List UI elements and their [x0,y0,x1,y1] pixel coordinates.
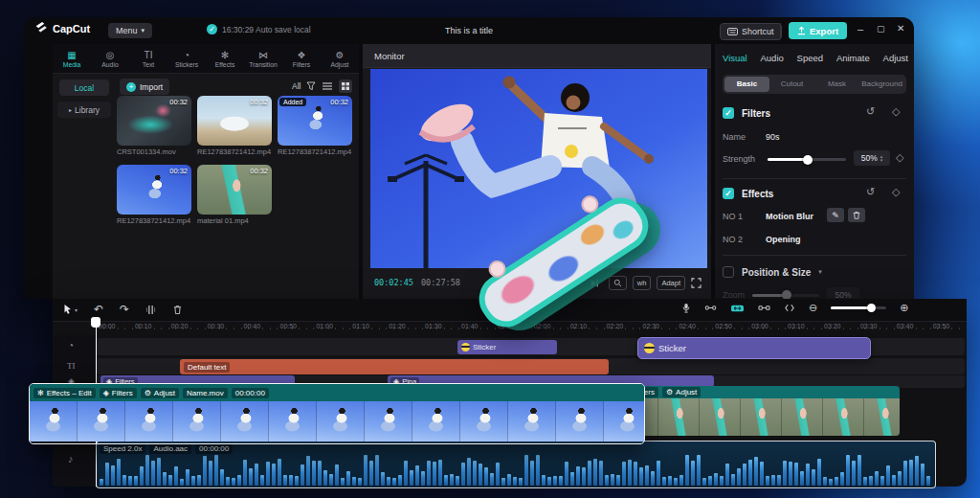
sticker-clip-2[interactable]: Sticker [637,337,871,359]
waveform-bar [720,476,724,486]
select-tool[interactable]: ▾ [63,304,78,315]
close-button[interactable]: ✕ [897,23,904,34]
scale-icon[interactable] [609,276,627,290]
inspector-tab-adjust[interactable]: Adjust [883,53,908,63]
audio-clip-chip: Speed 2.0x [100,443,145,454]
effect-delete-button[interactable] [848,208,865,222]
adapt-button[interactable]: Adapt [657,276,685,290]
media-item-name: RE127838721412.mp4 [278,147,352,156]
media-thumbnail[interactable]: 00:32 [117,96,191,146]
subtab-background[interactable]: Background [859,77,904,92]
record-voiceover-icon[interactable] [681,302,691,314]
waveform-bar [691,461,695,486]
subtab-mask[interactable]: Mask [814,77,859,92]
playhead-handle[interactable] [91,317,100,328]
media-tab-audio[interactable]: ◎Audio [91,50,129,68]
media-tab-transition[interactable]: ⋈Transition [244,50,282,68]
filmstrip-frame [604,401,645,441]
timeline-tools-right: ⊖ ⊕ [681,302,908,314]
inspector-tab-visual[interactable]: Visual [723,53,747,63]
media-tab-adjust[interactable]: ⚙Adjust [321,50,359,68]
media-item[interactable]: 00:32material 01.mp4 [197,165,272,225]
filters-checkbox[interactable]: ✓ [723,107,734,119]
media-tab-text[interactable]: TIText [129,50,167,68]
auto-snap-icon-active[interactable] [730,303,745,314]
media-tab-effects[interactable]: ✻Effects [206,50,244,68]
clip-duration: 00:32 [169,98,188,106]
pause-icon[interactable] [539,278,548,288]
strength-slider-knob[interactable] [803,155,813,165]
timeline-zoom-slider[interactable] [831,306,886,309]
text-track-icon[interactable]: TI [67,361,76,371]
position-size-checkbox[interactable] [723,266,734,278]
waveform-bar [880,476,884,486]
funnel-icon[interactable] [306,81,316,91]
waveform-bar [886,465,890,486]
minimize-button[interactable]: – [858,23,863,34]
maximize-button[interactable]: ▢ [877,24,885,34]
zoom-out-icon[interactable]: ⊖ [809,302,817,314]
text-clip[interactable]: Default text [180,359,609,374]
audio-track-icon[interactable]: ♪ [68,453,74,464]
export-button[interactable]: Export [789,22,847,39]
media-thumbnail[interactable]: 00:32 [197,165,272,215]
media-tab-filters[interactable]: ❖Filters [282,50,321,68]
sticker-track-icon[interactable]: ◔ [68,340,74,351]
strength-stepper[interactable]: ▴▾ [880,154,883,162]
filter-all-dropdown[interactable]: All [292,81,301,91]
split-button[interactable] [145,305,156,315]
collapse-caret-icon[interactable]: ▾ [818,268,822,276]
sidebar-item-library[interactable]: ▸Library [57,102,111,118]
timeline-zoom-knob[interactable] [867,304,876,312]
media-thumbnail[interactable]: 00:32 [197,96,272,146]
redo-button[interactable]: ↷ [120,303,129,316]
linkage-icon[interactable] [758,303,770,313]
zoom-in-icon[interactable]: ⊕ [900,302,908,314]
media-tab-stickers[interactable]: ◔Stickers [167,50,206,68]
media-item[interactable]: 00:32RE127838721412.mp4 [117,165,191,225]
subtab-cutout[interactable]: Cutout [769,77,814,92]
filters-reset-icon[interactable]: ↺ [866,105,875,118]
step-back-icon[interactable] [513,278,523,288]
shortcut-button[interactable]: Shortcut [720,23,782,40]
import-button[interactable]: + Import [120,79,169,95]
inspector-tab-audio[interactable]: Audio [761,53,784,63]
inspector-tab-speed[interactable]: Speed [797,53,823,63]
media-thumbnail[interactable]: Added00:32 [278,96,352,146]
sticker-clip-1[interactable]: Sticker [457,340,557,354]
list-view-icon[interactable] [322,81,333,91]
strength-keyframe-icon[interactable]: ◇ [896,151,903,164]
effect-edit-button[interactable]: ✎ [827,208,844,222]
audio-clip[interactable]: Speed 2.0xAudio.aac00:00:00 [96,441,936,488]
strength-slider[interactable] [768,158,846,161]
media-item[interactable]: 00:32CRST001334.mov [117,96,191,156]
selected-video-clip[interactable]: ✻Effects – Edit◈Filters⚙AdjustName.mov00… [29,383,645,444]
skip-start-icon[interactable] [487,278,498,288]
inspector-tab-animate[interactable]: Animate [836,53,870,63]
strength-value: 50% [861,153,878,163]
media-item[interactable]: Added00:32RE127838721412.mp4 [278,96,352,156]
magnet-icon[interactable] [704,303,717,313]
resolution-button[interactable]: wh [633,276,652,290]
delete-button[interactable] [172,305,183,315]
grid-view-icon[interactable] [339,79,352,93]
video-clip-2[interactable]: ◈Filters⚙Adjust [617,386,900,436]
selected-clip-filmstrip [30,401,644,441]
media-item[interactable]: 00:32RE127838721412.mp4 [197,96,272,156]
filters-keyframe-icon[interactable]: ◇ [892,105,900,118]
step-forward-icon[interactable] [564,278,574,288]
subtab-basic[interactable]: Basic [724,77,769,92]
skip-end-icon[interactable] [590,278,600,288]
timeline-ruler[interactable]: 00:0000:1000:2000:3000:4000:5001:0001:10… [96,320,967,335]
media-thumbnail[interactable]: 00:32 [117,165,191,215]
sidebar-item-local[interactable]: Local [59,79,109,96]
effects-reset-icon[interactable]: ↺ [866,186,875,198]
fullscreen-icon[interactable] [691,278,702,288]
effects-keyframe-icon[interactable]: ◇ [892,186,900,198]
undo-button[interactable]: ↶ [94,303,103,316]
waveform-bar [513,477,517,486]
strength-value-box[interactable]: 50% ▴▾ [854,150,890,166]
media-tab-media[interactable]: ▦Media [53,50,91,68]
effects-checkbox[interactable]: ✓ [723,188,734,199]
preview-axis-icon[interactable] [784,303,795,313]
